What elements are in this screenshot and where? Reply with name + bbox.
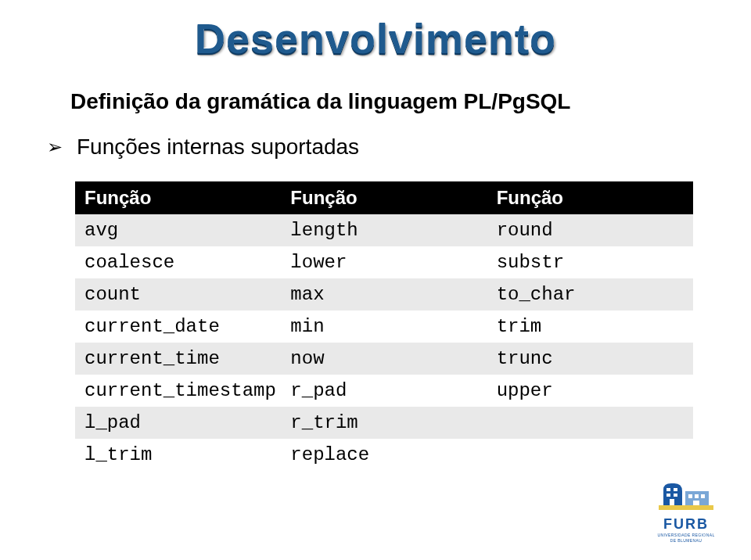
- table-cell: current_timestamp: [75, 375, 281, 407]
- table-cell: replace: [281, 439, 487, 471]
- table-cell: [487, 439, 693, 471]
- svg-rect-10: [693, 501, 699, 505]
- table-cell: lower: [281, 246, 487, 278]
- table-header: Função: [75, 181, 281, 214]
- table-cell: max: [281, 278, 487, 311]
- table-header: Função: [281, 181, 487, 214]
- logo-icon: [659, 480, 713, 515]
- table-row: count max to_char: [75, 278, 693, 311]
- table-cell: l_pad: [75, 407, 281, 439]
- table-cell: current_date: [75, 311, 281, 343]
- svg-rect-8: [695, 494, 699, 498]
- table-cell: substr: [487, 246, 693, 278]
- slide-subtitle: Definição da gramática da linguagem PL/P…: [70, 89, 712, 114]
- table-cell: round: [487, 214, 693, 246]
- table-row: current_timestamp r_pad upper: [75, 375, 693, 407]
- svg-rect-4: [674, 494, 677, 497]
- svg-rect-2: [674, 488, 677, 491]
- logo-text: FURB: [663, 516, 709, 533]
- bullet-text: Funções internas suportadas: [77, 135, 359, 160]
- table-cell: upper: [487, 375, 693, 407]
- table-cell: r_trim: [281, 407, 487, 439]
- table-cell: to_char: [487, 278, 693, 311]
- functions-table-container: Função Função Função avg length round co…: [75, 181, 693, 471]
- page-title: Desenvolvimento: [39, 14, 712, 63]
- table-cell: current_time: [75, 343, 281, 375]
- table-row: l_trim replace: [75, 439, 693, 471]
- svg-rect-1: [667, 488, 670, 491]
- table-header: Função: [487, 181, 693, 214]
- table-cell: trim: [487, 311, 693, 343]
- table-cell: r_pad: [281, 375, 487, 407]
- arrow-right-icon: ➢: [47, 138, 63, 156]
- svg-rect-5: [670, 499, 674, 505]
- table-row: current_time now trunc: [75, 343, 693, 375]
- functions-table: Função Função Função avg length round co…: [75, 181, 693, 471]
- table-cell: coalesce: [75, 246, 281, 278]
- logo-subline: DE BLUMENAU: [670, 539, 702, 544]
- table-cell: min: [281, 311, 487, 343]
- table-row: l_pad r_trim: [75, 407, 693, 439]
- table-cell: count: [75, 278, 281, 311]
- table-cell: trunc: [487, 343, 693, 375]
- logo-subline: UNIVERSIDADE REGIONAL: [657, 533, 714, 538]
- table-cell: length: [281, 214, 487, 246]
- svg-rect-7: [688, 494, 692, 498]
- table-header-row: Função Função Função: [75, 181, 693, 214]
- furb-logo: FURB UNIVERSIDADE REGIONAL DE BLUMENAU: [643, 480, 729, 543]
- table-row: avg length round: [75, 214, 693, 246]
- bullet-item: ➢ Funções internas suportadas: [47, 135, 712, 160]
- table-cell: [487, 407, 693, 439]
- svg-rect-0: [659, 505, 713, 510]
- table-cell: avg: [75, 214, 281, 246]
- svg-rect-9: [701, 494, 705, 498]
- table-row: coalesce lower substr: [75, 246, 693, 278]
- svg-rect-3: [667, 494, 670, 497]
- table-cell: now: [281, 343, 487, 375]
- table-cell: l_trim: [75, 439, 281, 471]
- table-row: current_date min trim: [75, 311, 693, 343]
